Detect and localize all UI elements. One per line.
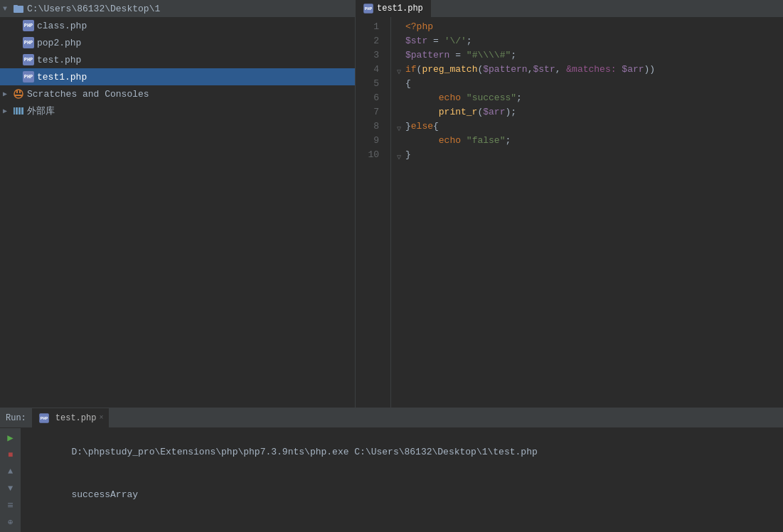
fold-10[interactable]: ▽ bbox=[397, 151, 405, 159]
code-line-1: <?php bbox=[397, 20, 777, 34]
output-line-1: D:\phpstudy_pro\Extensions\php\php7.3.9n… bbox=[27, 431, 777, 474]
run-tab-php-icon: PHP bbox=[39, 413, 49, 423]
scroll-up-button[interactable]: ▲ bbox=[3, 464, 18, 479]
run-panel: Run: PHP test.php × ▶ ■ ▲ ▼ ≡ ⊕ bbox=[0, 408, 783, 532]
editor-area: PHP test1.php 1 2 3 4 5 6 7 8 9 10 <?php bbox=[356, 0, 783, 408]
run-tab-label: test.php bbox=[55, 413, 97, 423]
code-editor[interactable]: <?php $str = '\/'; $pattern = "#\\\\#"; … bbox=[391, 17, 783, 408]
folder-icon bbox=[13, 3, 24, 14]
output-line-3: ( bbox=[27, 516, 777, 532]
svg-rect-9 bbox=[21, 107, 23, 115]
file-label: class.php bbox=[37, 21, 87, 31]
svg-point-2 bbox=[14, 90, 23, 98]
editor-tab-test1[interactable]: PHP test1.php bbox=[356, 0, 431, 17]
pin-button[interactable]: ⊕ bbox=[3, 515, 18, 529]
code-line-4: ▽ if(preg_match($pattern,$str, &matches:… bbox=[397, 63, 777, 77]
tab-php-icon: PHP bbox=[363, 4, 373, 14]
file-class-php[interactable]: PHP class.php bbox=[0, 17, 355, 34]
output-line-2: successArray bbox=[27, 474, 777, 516]
code-line-3: $pattern = "#\\\\#"; bbox=[397, 48, 777, 63]
library-item[interactable]: ▶ 外部库 bbox=[0, 102, 355, 119]
play-icon: ▶ bbox=[7, 432, 13, 444]
code-container: 1 2 3 4 5 6 7 8 9 10 <?php $str = '\/'; bbox=[356, 17, 783, 408]
tab-label: test1.php bbox=[377, 4, 423, 14]
svg-rect-8 bbox=[18, 107, 21, 115]
up-icon: ▲ bbox=[8, 467, 13, 477]
run-output: D:\phpstudy_pro\Extensions\php\php7.3.9n… bbox=[21, 428, 783, 532]
run-tab-close[interactable]: × bbox=[99, 414, 103, 422]
main-area: ▼ C:\Users\86132\Desktop\1 PHP class.php… bbox=[0, 0, 783, 408]
library-label: 外部库 bbox=[27, 105, 55, 117]
scratches-item[interactable]: ▶ Scratches and Consoles bbox=[0, 85, 355, 102]
down-icon: ▼ bbox=[8, 484, 13, 494]
svg-rect-1 bbox=[14, 5, 18, 7]
code-line-10: ▽ } bbox=[397, 148, 777, 162]
stop-button[interactable]: ■ bbox=[3, 448, 18, 462]
php-file-icon: PHP bbox=[23, 37, 34, 48]
file-pop2-php[interactable]: PHP pop2.php bbox=[0, 34, 355, 51]
library-icon bbox=[13, 105, 24, 117]
code-line-2: $str = '\/'; bbox=[397, 34, 777, 48]
wrap-button[interactable]: ≡ bbox=[3, 499, 18, 513]
code-line-9: echo "false"; bbox=[397, 134, 777, 148]
scroll-down-button[interactable]: ▼ bbox=[3, 482, 18, 496]
file-test-php[interactable]: PHP test.php bbox=[0, 51, 355, 68]
file-test1-php[interactable]: PHP test1.php bbox=[0, 68, 355, 85]
svg-rect-5 bbox=[15, 95, 22, 96]
fold-8[interactable]: ▽ bbox=[397, 122, 405, 131]
file-label: test.php bbox=[37, 55, 81, 65]
svg-rect-7 bbox=[16, 107, 18, 115]
scratches-label: Scratches and Consoles bbox=[27, 89, 149, 100]
sidebar: ▼ C:\Users\86132\Desktop\1 PHP class.php… bbox=[0, 0, 356, 408]
scratches-icon bbox=[13, 88, 24, 100]
svg-rect-6 bbox=[14, 107, 15, 115]
code-line-8: ▽ }else{ bbox=[397, 119, 777, 134]
editor-tabs: PHP test1.php bbox=[356, 0, 783, 17]
line-numbers: 1 2 3 4 5 6 7 8 9 10 bbox=[356, 17, 391, 408]
file-label: pop2.php bbox=[37, 38, 81, 48]
fold-4[interactable]: ▽ bbox=[397, 65, 405, 74]
php-file-icon: PHP bbox=[23, 20, 34, 31]
run-toolbar: ▶ ■ ▲ ▼ ≡ ⊕ bbox=[0, 428, 21, 532]
svg-rect-3 bbox=[16, 90, 18, 93]
code-line-6: echo "success"; bbox=[397, 91, 777, 105]
wrap-icon: ≡ bbox=[7, 500, 13, 511]
run-label: Run: bbox=[0, 408, 33, 427]
run-tab-test[interactable]: PHP test.php × bbox=[33, 408, 110, 427]
pin-icon: ⊕ bbox=[8, 517, 13, 528]
code-line-7: print_r($arr); bbox=[397, 105, 777, 119]
code-line-5: { bbox=[397, 77, 777, 91]
run-tabs: Run: PHP test.php × bbox=[0, 408, 783, 428]
file-label: test1.php bbox=[37, 72, 87, 83]
root-label: C:\Users\86132\Desktop\1 bbox=[27, 4, 160, 14]
root-folder[interactable]: ▼ C:\Users\86132\Desktop\1 bbox=[0, 0, 355, 17]
library-arrow: ▶ bbox=[3, 107, 13, 115]
root-arrow: ▼ bbox=[3, 5, 13, 13]
stop-icon: ■ bbox=[8, 450, 13, 460]
scratches-arrow: ▶ bbox=[3, 90, 13, 98]
php-file-icon: PHP bbox=[23, 71, 34, 83]
svg-rect-4 bbox=[19, 90, 21, 93]
php-file-icon: PHP bbox=[23, 54, 34, 65]
play-button[interactable]: ▶ bbox=[3, 431, 18, 445]
run-content: ▶ ■ ▲ ▼ ≡ ⊕ D:\phpstudy_pro\Extensions\p… bbox=[0, 428, 783, 532]
